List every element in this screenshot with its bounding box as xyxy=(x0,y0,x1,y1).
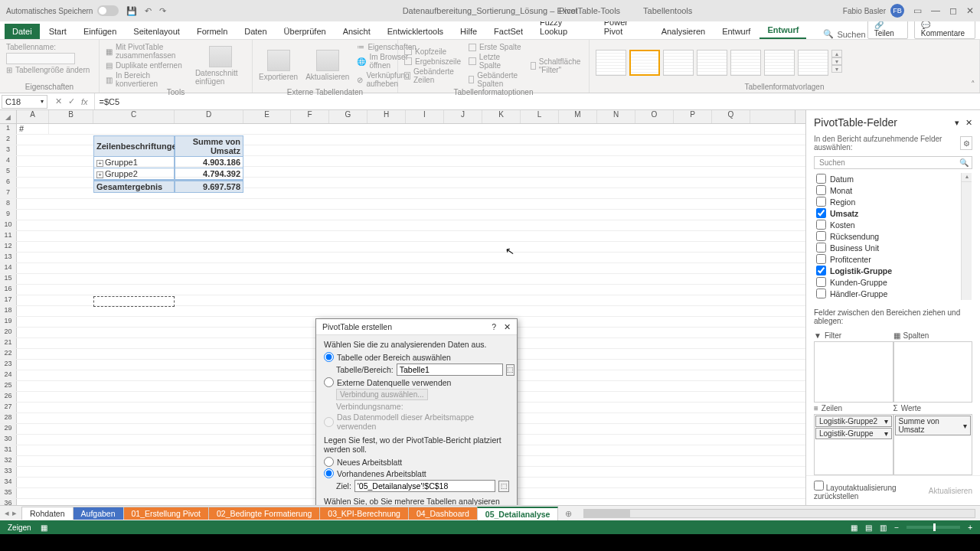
row-header[interactable]: 24 xyxy=(0,370,17,380)
cancel-fx-icon[interactable]: ✕ xyxy=(55,96,62,106)
style-tile[interactable] xyxy=(697,50,727,76)
row-header[interactable]: 6 xyxy=(0,178,17,187)
filter-dropzone[interactable] xyxy=(814,341,893,403)
column-header[interactable]: N xyxy=(597,110,635,123)
pivot-table[interactable]: Zeilenbeschriftungen▾ Summe von Umsatz +… xyxy=(93,135,247,193)
field-item[interactable]: Rücksendung xyxy=(815,230,972,242)
rows-dropzone[interactable]: Logistik-Gruppe2▾ Logistik-Gruppe▾ xyxy=(814,414,893,475)
row-header[interactable]: 29 xyxy=(0,424,17,434)
ribbon-display-icon[interactable]: ▭ xyxy=(913,5,922,16)
field-item[interactable]: Logistik-Gruppe xyxy=(815,265,972,276)
row-header[interactable]: 20 xyxy=(0,328,17,337)
autosave-toggle[interactable]: Automatisches Speichern xyxy=(6,5,119,16)
style-tile[interactable] xyxy=(798,50,828,76)
autosave-switch-icon[interactable] xyxy=(97,5,119,16)
column-header[interactable]: C xyxy=(93,110,175,123)
row-header[interactable]: 11 xyxy=(0,231,17,241)
column-header[interactable]: B xyxy=(49,110,93,123)
tab-factset[interactable]: FactSet xyxy=(486,24,531,39)
field-search-input[interactable]: Suchen 🔍 xyxy=(814,156,972,169)
tab-file[interactable]: Datei xyxy=(5,24,40,39)
select-all-triangle[interactable]: ◢ xyxy=(0,110,17,123)
column-header[interactable]: J xyxy=(444,110,482,123)
row-header[interactable]: 34 xyxy=(0,478,17,487)
gallery-down-icon[interactable]: ▾ xyxy=(831,57,842,65)
tab-data[interactable]: Daten xyxy=(237,24,274,39)
tab-formulas[interactable]: Formeln xyxy=(189,24,235,39)
gallery-more-icon[interactable]: ▾ xyxy=(831,65,842,73)
field-item[interactable]: Kosten xyxy=(815,219,972,230)
pivot-row[interactable]: +Gruppe2 xyxy=(93,168,175,180)
column-header[interactable]: D xyxy=(175,110,243,123)
row-header[interactable]: 10 xyxy=(0,220,17,230)
expand-icon[interactable]: + xyxy=(96,171,103,178)
sheet-tab[interactable]: 03_KPI-Berechnung xyxy=(319,507,409,520)
row-header[interactable]: 36 xyxy=(0,499,17,505)
scroll-up-icon[interactable]: ▴ xyxy=(962,173,972,182)
radio-existing-sheet[interactable]: Vorhandenes Arbeitsblatt xyxy=(324,468,509,478)
filter-button-check[interactable]: Schaltfläche "Filter" xyxy=(531,57,583,74)
field-item[interactable]: Gewinn xyxy=(815,299,972,301)
field-item[interactable]: Kunden-Gruppe xyxy=(815,276,972,288)
horizontal-scrollbar[interactable] xyxy=(583,509,975,518)
columns-dropzone[interactable] xyxy=(893,341,973,403)
column-header[interactable]: O xyxy=(635,110,674,123)
chevron-down-icon[interactable]: ▾ xyxy=(884,417,888,425)
close-icon[interactable]: ✕ xyxy=(966,5,974,16)
tab-developer[interactable]: Entwicklertools xyxy=(380,24,451,39)
account-button[interactable]: Fabio Basler FB xyxy=(843,4,904,18)
help-icon[interactable]: ? xyxy=(492,322,496,331)
row-header[interactable]: 30 xyxy=(0,435,17,445)
zoom-in-icon[interactable]: + xyxy=(968,523,972,532)
row-header[interactable]: 27 xyxy=(0,403,17,412)
summarize-pivot-button[interactable]: ▦Mit PivotTable zusammenfassen xyxy=(106,43,188,60)
enter-fx-icon[interactable]: ✓ xyxy=(68,96,75,106)
field-list[interactable]: ▴ DatumMonatRegionUmsatzKostenRücksendun… xyxy=(814,172,972,301)
row-header[interactable]: 22 xyxy=(0,349,17,359)
row-header[interactable]: 3 xyxy=(0,145,17,155)
style-tile[interactable] xyxy=(663,50,694,76)
zoom-out-icon[interactable]: − xyxy=(894,523,899,532)
row-header[interactable]: 1 xyxy=(0,124,17,134)
row-field-pill[interactable]: Logistik-Gruppe▾ xyxy=(815,428,892,439)
column-header[interactable]: M xyxy=(559,110,597,123)
radio-new-sheet[interactable]: Neues Arbeitsblatt xyxy=(324,457,509,467)
column-header[interactable]: I xyxy=(406,110,444,123)
row-header[interactable]: 13 xyxy=(0,253,17,262)
row-header[interactable]: 12 xyxy=(0,242,17,252)
tell-me-search[interactable]: 🔍 Suchen xyxy=(823,29,865,39)
sheet-tab[interactable]: Aufgaben xyxy=(73,507,124,520)
panel-close-icon[interactable]: ✕ xyxy=(965,118,972,128)
style-tile[interactable] xyxy=(730,50,761,76)
location-picker-icon[interactable]: ⬚ xyxy=(498,481,509,492)
value-field-pill[interactable]: Summe von Umsatz▾ xyxy=(895,416,972,435)
field-item[interactable]: Profitcenter xyxy=(815,253,972,265)
row-header[interactable]: 23 xyxy=(0,360,17,370)
field-item[interactable]: Business Unit xyxy=(815,242,972,253)
vscroll-up-icon[interactable] xyxy=(795,110,805,123)
style-tile[interactable] xyxy=(764,50,795,76)
row-field-pill[interactable]: Logistik-Gruppe2▾ xyxy=(815,416,892,427)
style-tile[interactable] xyxy=(629,50,660,76)
column-header[interactable]: K xyxy=(482,110,521,123)
share-button[interactable]: 🔗 Teilen xyxy=(867,19,908,39)
macro-record-icon[interactable]: ▦ xyxy=(41,523,47,532)
column-header[interactable]: E xyxy=(243,110,291,123)
field-item[interactable]: Region xyxy=(815,196,972,207)
values-dropzone[interactable]: Summe von Umsatz▾ xyxy=(893,414,973,475)
column-header[interactable]: H xyxy=(368,110,406,123)
sheet-nav-prev-icon[interactable]: ◂ xyxy=(5,508,9,518)
tab-design1[interactable]: Entwurf xyxy=(714,24,758,39)
table-styles-gallery[interactable]: ▴▾▾ xyxy=(596,50,842,76)
column-header[interactable]: G xyxy=(329,110,368,123)
view-pagelayout-icon[interactable]: ▤ xyxy=(865,523,872,532)
view-pagebreak-icon[interactable]: ▥ xyxy=(880,523,887,532)
row-header[interactable]: 35 xyxy=(0,488,17,498)
convert-range-button[interactable]: ▥In Bereich konvertieren xyxy=(106,71,188,88)
column-header[interactable]: A xyxy=(17,110,49,123)
radio-external-source[interactable]: Externe Datenquelle verwenden xyxy=(324,377,509,387)
chevron-down-icon[interactable]: ▾ xyxy=(41,98,44,105)
row-header[interactable]: 21 xyxy=(0,338,17,348)
row-header[interactable]: 19 xyxy=(0,317,17,327)
new-sheet-button[interactable]: ⊕ xyxy=(557,507,580,520)
